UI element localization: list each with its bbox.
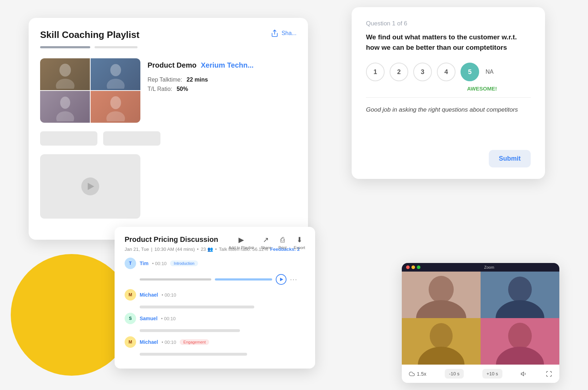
svg-point-3 bbox=[110, 64, 121, 76]
maximize-dot[interactable] bbox=[417, 265, 420, 269]
divider bbox=[366, 97, 531, 98]
forward-control-group: +10 s bbox=[482, 369, 502, 379]
video-cell-4 bbox=[481, 318, 559, 365]
transcript-row-samuel: S Samuel • 00:10 bbox=[125, 313, 305, 324]
demo-thumbnail bbox=[40, 58, 140, 123]
avatar-michael-2: M bbox=[125, 336, 136, 348]
volume-icon bbox=[521, 371, 527, 377]
meta-separator-3: • bbox=[215, 247, 217, 252]
video-controls: 1.5x -10 s +10 s bbox=[402, 365, 559, 383]
person-2-silhouette bbox=[91, 58, 140, 90]
svg-point-6 bbox=[56, 111, 74, 121]
pricing-participants: 23 👥 bbox=[201, 247, 213, 252]
text-line-michael-1 bbox=[140, 306, 254, 308]
forward-button[interactable]: +10 s bbox=[482, 369, 502, 379]
speaker-michael-1: Michael bbox=[140, 292, 158, 298]
question-counter: Question 1 of 6 bbox=[366, 20, 531, 27]
svg-point-8 bbox=[106, 111, 125, 121]
person-3-silhouette bbox=[40, 91, 90, 123]
playlist-title: Skill Coaching Playlist bbox=[40, 29, 297, 40]
pricing-card: Product Pricing Discussion Jan 21, Tue |… bbox=[115, 227, 315, 369]
person-1-svg bbox=[54, 60, 76, 89]
submit-button[interactable]: Submit bbox=[489, 150, 531, 167]
rating-1-button[interactable]: 1 bbox=[366, 63, 385, 81]
play-audio-button[interactable] bbox=[276, 274, 286, 285]
play-icon-small bbox=[280, 278, 283, 281]
person-4-silhouette bbox=[91, 91, 140, 123]
action-btn-2[interactable] bbox=[103, 131, 160, 146]
survey-card: Question 1 of 6 We find out what matters… bbox=[352, 7, 545, 179]
avatar-tim: T bbox=[125, 258, 136, 269]
tl-ratio-label: T/L Ratio: bbox=[148, 86, 172, 92]
more-options-button[interactable]: ··· bbox=[290, 276, 298, 283]
print-action[interactable]: ⎙ Print bbox=[279, 236, 287, 250]
svg-point-7 bbox=[110, 96, 121, 109]
meta-separator-2: • bbox=[197, 247, 199, 252]
tl-ratio-value: 50% bbox=[177, 86, 188, 92]
export-action[interactable]: ⬇ Export bbox=[294, 235, 305, 250]
rewind-control-group: -10 s bbox=[445, 369, 464, 379]
svg-point-2 bbox=[56, 79, 74, 89]
person-2-cell bbox=[91, 58, 140, 90]
time-michael-1: • 00:10 bbox=[162, 292, 176, 298]
avatar-samuel: S bbox=[125, 313, 136, 324]
minimize-dot[interactable] bbox=[411, 265, 415, 269]
rewind-button[interactable]: -10 s bbox=[445, 369, 464, 379]
play-triangle-icon bbox=[88, 183, 94, 190]
video-cell-2 bbox=[481, 272, 559, 318]
rating-2-button[interactable]: 2 bbox=[390, 63, 408, 81]
svg-point-4 bbox=[107, 79, 125, 89]
video-person-4-svg bbox=[481, 318, 559, 365]
tag-engagement: Engagement bbox=[180, 339, 209, 345]
window-controls bbox=[406, 265, 420, 269]
demo-title: Product Demo bbox=[148, 61, 197, 69]
video-cell-1 bbox=[402, 272, 481, 318]
meta-separator-1: | bbox=[151, 247, 152, 252]
audio-bar-tim: ··· bbox=[140, 274, 305, 285]
share-action-label: Share bbox=[261, 245, 271, 250]
rating-3-button[interactable]: 3 bbox=[413, 63, 432, 81]
audio-bar-primary bbox=[140, 278, 211, 281]
question-text: We find out what matters to the customer… bbox=[366, 32, 531, 53]
rep-talktime-value: 22 mins bbox=[187, 77, 208, 83]
play-button[interactable] bbox=[81, 177, 99, 195]
svg-point-16 bbox=[430, 323, 453, 349]
video-placeholder[interactable] bbox=[40, 154, 140, 219]
feedback-text: Good job in asking the right questions a… bbox=[366, 105, 531, 114]
person-4-cell bbox=[91, 91, 140, 123]
person-3-cell bbox=[40, 91, 90, 123]
close-dot[interactable] bbox=[406, 265, 410, 269]
fullscreen-control-group bbox=[546, 371, 552, 377]
demo-info: Product Demo Xerium Techn... Rep Talktim… bbox=[148, 58, 254, 123]
text-line-michael-2 bbox=[140, 353, 247, 356]
decorative-yellow-blob bbox=[11, 254, 132, 376]
speed-control-group: 1.5x bbox=[409, 371, 426, 377]
svg-point-10 bbox=[429, 276, 454, 303]
export-icon: ⬇ bbox=[297, 235, 303, 244]
svg-point-19 bbox=[508, 323, 532, 349]
rating-na-button[interactable]: NA bbox=[486, 69, 493, 75]
share-action-icon: ↗ bbox=[263, 235, 269, 244]
demo-stats: Rep Talktime: 22 mins T/L Ratio: 50% bbox=[148, 77, 254, 92]
person-1-silhouette bbox=[40, 58, 90, 90]
svg-marker-21 bbox=[521, 372, 524, 376]
share-action[interactable]: ↗ Share bbox=[261, 235, 271, 250]
skill-coaching-playlist-card: Skill Coaching Playlist Sha... bbox=[29, 18, 308, 240]
cloud-icon bbox=[409, 371, 415, 377]
time-samuel: • 00:10 bbox=[161, 316, 176, 321]
pricing-date: Jan 21, Tue bbox=[125, 247, 149, 252]
rating-4-button[interactable]: 4 bbox=[437, 63, 456, 81]
transcript-row-michael-1: M Michael • 00:10 bbox=[125, 289, 305, 301]
rating-5-button[interactable]: 5 bbox=[461, 63, 479, 81]
demo-company: Xerium Techn... bbox=[201, 61, 254, 69]
video-person-1-svg bbox=[402, 272, 481, 318]
tag-introduction: Introduction bbox=[170, 260, 198, 266]
print-label: Print bbox=[279, 245, 287, 250]
fullscreen-icon[interactable] bbox=[546, 371, 552, 377]
rep-talktime-row: Rep Talktime: 22 mins bbox=[148, 77, 254, 83]
progress-bar-2 bbox=[95, 46, 138, 48]
volume-control-group bbox=[521, 371, 527, 377]
share-button[interactable]: Sha... bbox=[271, 29, 297, 37]
add-to-playlist-action[interactable]: ▶ Add to Playlist bbox=[229, 235, 254, 250]
action-btn-1[interactable] bbox=[40, 131, 97, 146]
